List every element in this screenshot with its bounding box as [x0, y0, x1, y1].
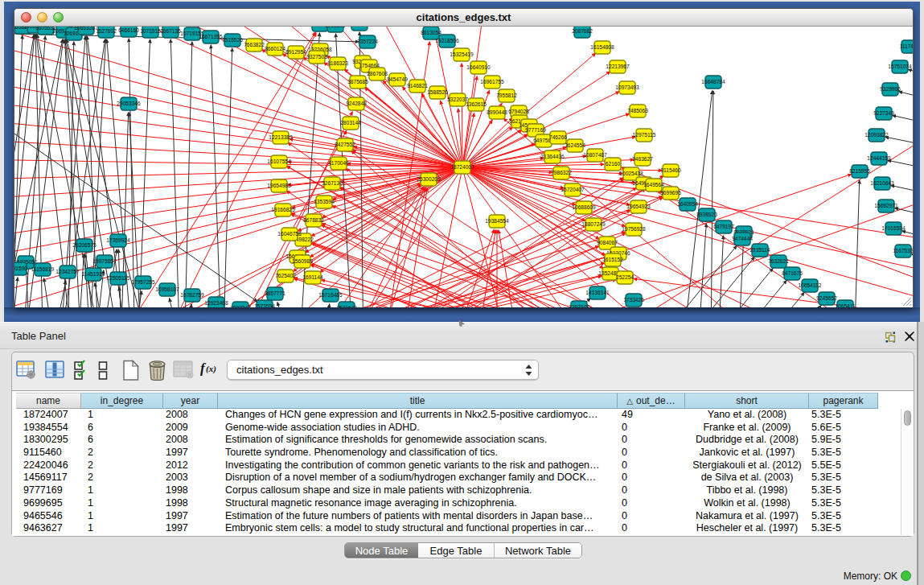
delete-table-icon[interactable]: [173, 360, 195, 380]
table-row[interactable]: 1872400712008Changes of HCN gene express…: [16, 409, 878, 422]
edge[interactable]: [323, 304, 330, 307]
cell-name: 18300295: [16, 434, 81, 447]
citation-edge[interactable]: [462, 64, 462, 167]
graph-node-label: 10654112: [799, 282, 822, 288]
graph-node-label: 16107554: [267, 159, 291, 164]
table-row[interactable]: 977716911998Corpus callosum shape and si…: [16, 484, 878, 497]
column-header-name[interactable]: name: [16, 393, 81, 409]
edge[interactable]: [854, 180, 860, 307]
float-window-icon[interactable]: [885, 332, 897, 343]
edge[interactable]: [888, 160, 913, 171]
splitter-grip-icon[interactable]: [458, 317, 467, 327]
graph-node-label: 1117439: [900, 43, 913, 49]
column-header-label: in_degree: [101, 395, 143, 406]
memory-ok-icon[interactable]: [901, 571, 911, 581]
graph-node-label: 1353594: [314, 199, 335, 204]
cytoscape-network-desktop: citations_edges.txt 76638228660124891295…: [4, 2, 920, 322]
table-scrollbar[interactable]: [901, 409, 913, 535]
status-bar: Memory: OK: [0, 563, 917, 585]
table-row[interactable]: 911546021997Tourette syndrome. Phenomeno…: [16, 447, 878, 459]
cell-in_degree: 6: [81, 434, 163, 447]
column-header-in_degree[interactable]: in_degree: [81, 393, 163, 409]
node-table: namein_degreeyeartitle△out_de…shortpager…: [12, 390, 914, 536]
table-row[interactable]: 969969511998Structural magnetic resonanc…: [16, 497, 878, 510]
edge[interactable]: [170, 39, 180, 307]
cell-in_degree: 1: [81, 510, 163, 523]
close-panel-icon[interactable]: [905, 332, 914, 341]
table-row[interactable]: 946554611997Estimation of the future num…: [16, 510, 878, 523]
citation-edge[interactable]: [14, 167, 462, 300]
network-window-titlebar[interactable]: citations_edges.txt: [14, 9, 913, 27]
edge[interactable]: [893, 115, 913, 126]
resize-grip-icon[interactable]: [901, 295, 912, 307]
edge[interactable]: [223, 48, 232, 307]
citation-edge[interactable]: [462, 167, 913, 278]
graph-node-label: 12923468: [204, 300, 228, 306]
table-row[interactable]: 1830029562008Estimation of significance …: [16, 434, 878, 447]
new-column-icon[interactable]: [121, 360, 141, 381]
table-mode-icon[interactable]: [16, 360, 36, 380]
edge[interactable]: [891, 185, 913, 196]
citation-edge[interactable]: [14, 119, 462, 167]
graph-node-label: 16671355: [199, 34, 223, 39]
cell-title: Genome‑wide association studies in ADHD.: [218, 422, 618, 435]
edge[interactable]: [738, 241, 744, 307]
edge[interactable]: [778, 306, 822, 308]
table-row[interactable]: 1938455462009Genome‑wide association stu…: [16, 422, 878, 435]
edge[interactable]: [44, 278, 55, 307]
tab-network-table[interactable]: Network Table: [494, 543, 581, 558]
delete-columns-icon[interactable]: [147, 360, 167, 381]
table-row[interactable]: 1456911722003Disruption of a novel membe…: [16, 472, 878, 484]
table-row[interactable]: 2242004622012Investigating the contribut…: [16, 459, 878, 472]
cell-out_de: 0: [618, 472, 685, 484]
scrollbar-thumb[interactable]: [904, 410, 911, 426]
column-header-label: name: [36, 395, 60, 406]
graph-node-label: 17016504: [881, 225, 906, 231]
select-all-columns-icon[interactable]: [74, 360, 91, 381]
edge[interactable]: [911, 254, 913, 265]
table-dropdown-value: citations_edges.txt: [236, 364, 323, 376]
edge[interactable]: [211, 45, 222, 307]
graph-node-label: 12093822: [864, 132, 889, 138]
graph-node-label: 21364436: [540, 154, 565, 159]
column-header-title[interactable]: title: [218, 393, 618, 409]
edge[interactable]: [14, 278, 18, 307]
graph-node-label: 16210643: [870, 180, 894, 186]
column-header-short[interactable]: short: [685, 393, 809, 409]
network-view-window[interactable]: citations_edges.txt 76638228660124891295…: [14, 8, 914, 307]
graph-node-label: 1527602: [96, 28, 117, 34]
citation-edge[interactable]: [621, 167, 913, 290]
edge[interactable]: [909, 69, 914, 80]
column-header-out_de[interactable]: △out_de…: [618, 393, 685, 409]
citation-edge[interactable]: [639, 179, 913, 307]
tab-edge-table[interactable]: Edge Table: [418, 543, 494, 558]
edge[interactable]: [698, 224, 706, 307]
column-header-year[interactable]: year: [163, 393, 218, 409]
cell-name: 9115460: [16, 447, 81, 459]
table-dropdown[interactable]: citations_edges.txt: [227, 360, 539, 380]
citation-edge[interactable]: [499, 230, 519, 307]
column-header-pagerank[interactable]: pagerank: [809, 393, 878, 409]
citation-edge[interactable]: [158, 33, 316, 307]
edge[interactable]: [184, 42, 192, 307]
cell-title: Changes of HCN gene expression and I(f) …: [218, 409, 618, 422]
function-builder-icon[interactable]: f (x): [199, 360, 220, 377]
edge[interactable]: [899, 92, 913, 102]
tab-node-table[interactable]: Node Table: [345, 543, 418, 558]
cell-pagerank: 5.3E‑5: [809, 510, 878, 523]
edge[interactable]: [895, 208, 913, 220]
edge[interactable]: [277, 303, 293, 307]
graph-node-label: 12505115: [107, 275, 130, 281]
unselect-all-columns-icon[interactable]: [98, 360, 109, 381]
graph-node-label: 10807487: [583, 152, 607, 158]
citation-edge[interactable]: [14, 39, 462, 167]
graph-node[interactable]: [351, 27, 368, 31]
edge[interactable]: [77, 254, 84, 307]
cell-in_degree: 1: [81, 497, 163, 510]
edge[interactable]: [885, 137, 913, 148]
citation-edge[interactable]: [634, 278, 913, 307]
table-row[interactable]: 946362711997Embryonic stem cells: a mode…: [16, 522, 878, 535]
network-canvas[interactable]: 7663822866012489129541322605893275038186…: [14, 27, 913, 307]
edge[interactable]: [718, 236, 724, 307]
show-columns-icon[interactable]: [45, 360, 65, 380]
